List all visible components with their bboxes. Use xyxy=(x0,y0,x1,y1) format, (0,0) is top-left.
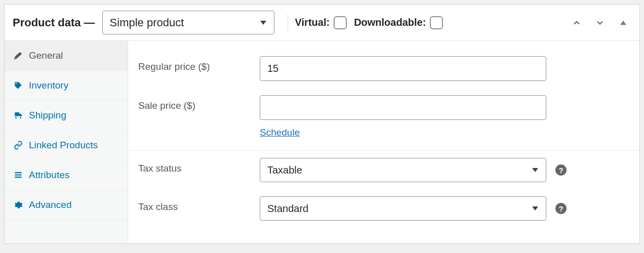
regular-price-row: Regular price ($) xyxy=(128,49,639,88)
sidebar-item-label: Inventory xyxy=(29,80,68,91)
sidebar-item-inventory[interactable]: Inventory xyxy=(5,71,128,101)
svg-rect-2 xyxy=(15,175,22,176)
link-icon xyxy=(14,141,23,150)
list-icon xyxy=(14,171,23,180)
virtual-label: Virtual: xyxy=(295,17,330,28)
chevron-up-icon[interactable] xyxy=(569,16,585,30)
sale-price-label: Sale price ($) xyxy=(138,95,260,111)
tax-status-select[interactable]: Taxable xyxy=(260,158,546,182)
panel-header: Product data — Simple product Virtual: D… xyxy=(5,5,639,41)
tax-class-select[interactable]: Standard xyxy=(260,196,546,221)
sidebar-item-label: Linked Products xyxy=(29,140,98,151)
tax-class-label: Tax class xyxy=(138,196,260,213)
sidebar-item-advanced[interactable]: Advanced xyxy=(5,190,128,220)
tax-class-row: Tax class Standard ? xyxy=(128,189,639,228)
sidebar-item-label: Shipping xyxy=(29,110,66,121)
downloadable-label: Downloadable: xyxy=(354,17,426,28)
panel-body: General Inventory Shipping Linked Produc… xyxy=(5,41,639,243)
sale-price-row: Sale price ($) Schedule xyxy=(128,88,639,145)
product-data-tabs: General Inventory Shipping Linked Produc… xyxy=(5,41,128,243)
virtual-group: Virtual: xyxy=(295,16,347,29)
triangle-up-icon[interactable] xyxy=(615,16,631,30)
regular-price-input[interactable] xyxy=(260,56,546,81)
sale-price-input[interactable] xyxy=(260,95,546,120)
help-icon[interactable]: ? xyxy=(555,164,567,176)
truck-icon xyxy=(14,111,23,120)
product-type-select[interactable]: Simple product xyxy=(102,11,274,34)
schedule-link[interactable]: Schedule xyxy=(260,127,300,138)
sidebar-item-label: Attributes xyxy=(29,170,69,181)
sidebar-item-label: General xyxy=(29,50,63,61)
separator xyxy=(288,14,288,31)
sidebar-item-label: Advanced xyxy=(29,199,72,210)
svg-rect-3 xyxy=(15,177,22,178)
general-tab-content: Regular price ($) Sale price ($) Schedul… xyxy=(128,41,639,243)
product-type-select-wrap: Simple product xyxy=(102,11,274,34)
svg-rect-1 xyxy=(15,172,22,173)
tag-icon xyxy=(14,81,23,90)
regular-price-label: Regular price ($) xyxy=(138,56,260,72)
product-data-panel: Product data — Simple product Virtual: D… xyxy=(4,4,640,244)
sidebar-item-shipping[interactable]: Shipping xyxy=(5,101,128,131)
tax-status-label: Tax status xyxy=(138,158,260,174)
wrench-icon xyxy=(14,51,23,60)
sidebar-item-attributes[interactable]: Attributes xyxy=(5,160,128,190)
svg-marker-0 xyxy=(620,20,626,24)
sidebar-item-general[interactable]: General xyxy=(5,41,128,71)
virtual-checkbox[interactable] xyxy=(334,16,347,29)
sidebar-item-linked-products[interactable]: Linked Products xyxy=(5,131,128,160)
downloadable-checkbox[interactable] xyxy=(430,16,443,29)
tax-status-row: Tax status Taxable ? xyxy=(128,151,639,189)
gear-icon xyxy=(14,200,23,209)
help-icon[interactable]: ? xyxy=(555,203,567,214)
panel-title: Product data — xyxy=(13,16,95,29)
downloadable-group: Downloadable: xyxy=(354,16,443,29)
chevron-down-icon[interactable] xyxy=(592,16,608,30)
